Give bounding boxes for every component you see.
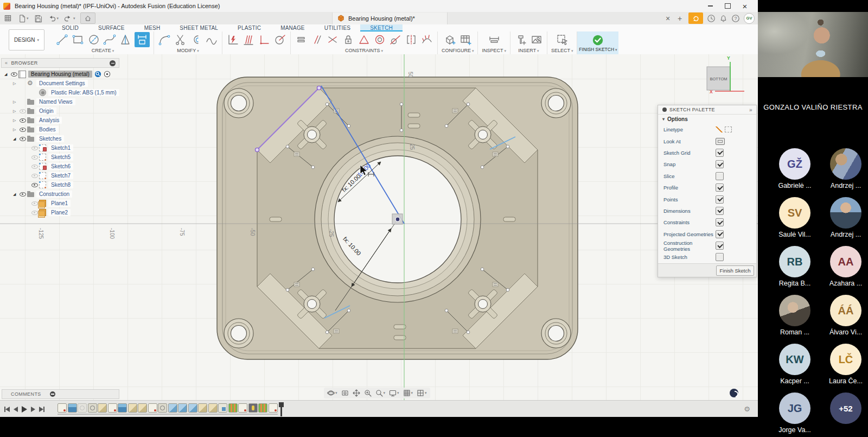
sketch-palette-header[interactable]: SKETCH PALETTE (658, 105, 756, 115)
job-status-icon[interactable] (688, 12, 703, 24)
ribbon-tab[interactable]: UTILITIES (315, 24, 360, 31)
insert-menu[interactable]: INSERT (518, 48, 539, 54)
trim-scissors-icon[interactable] (174, 33, 187, 46)
document-tab[interactable]: Bearing Housing (metal)* (332, 12, 448, 24)
model-canvas[interactable]: -125 -100 -75 -50 -25 50 25 (0, 54, 758, 400)
timeline-feature[interactable] (138, 403, 147, 413)
step-back-button[interactable] (14, 407, 18, 412)
tab-close-icon[interactable] (663, 12, 673, 24)
sketch-origin-point[interactable] (392, 214, 403, 224)
expand-arrow-icon[interactable] (13, 192, 19, 197)
timeline-feature[interactable] (68, 403, 77, 413)
parallel-constraint-icon[interactable] (310, 33, 323, 46)
pan-icon[interactable] (353, 389, 360, 397)
horizontal-vertical-constraint-icon[interactable] (295, 33, 308, 46)
visibility-eye-icon[interactable] (19, 136, 27, 142)
create-menu[interactable]: CREATE (92, 48, 114, 54)
timeline-feature[interactable] (218, 403, 227, 413)
timeline-feature[interactable] (269, 403, 278, 413)
timeline-settings-gear-icon[interactable]: ⚙ (744, 405, 750, 413)
expand-arrow-icon[interactable] (13, 137, 19, 141)
browser-tree-item[interactable]: Plane1 (1, 199, 119, 208)
timeline-feature[interactable] (158, 403, 167, 413)
palette-row-control[interactable] (716, 230, 724, 238)
browser-tree-item[interactable]: Bodies (1, 125, 119, 134)
measure-tool-icon[interactable] (488, 33, 501, 46)
data-panel-icon[interactable] (3, 14, 12, 23)
fix-lock-constraint-icon[interactable] (342, 33, 355, 46)
participant-tile[interactable]: Andrzej ... (822, 197, 868, 246)
zoom-icon[interactable] (364, 389, 372, 397)
arc-radius-icon[interactable] (273, 33, 286, 46)
ribbon-tab[interactable]: SURFACE (88, 24, 135, 31)
visibility-eye-icon[interactable] (10, 72, 18, 77)
palette-row-control[interactable] (716, 172, 724, 180)
fillet-tool-icon[interactable] (158, 33, 171, 46)
symmetry-constraint-icon[interactable] (405, 33, 418, 46)
select-menu[interactable]: SELECT (551, 48, 573, 54)
timeline-feature[interactable] (58, 403, 67, 413)
timeline-feature[interactable] (258, 403, 267, 413)
offset-tool-icon[interactable] (189, 33, 202, 46)
visibility-eye-icon[interactable] (19, 118, 27, 123)
browser-tree-item[interactable]: Sketches (1, 134, 119, 143)
close-button[interactable] (736, 1, 754, 11)
browser-tree-item[interactable]: Document Settings (1, 79, 119, 88)
browser-tree-item[interactable]: Sketch5 (1, 153, 119, 162)
palette-row-control[interactable] (716, 195, 724, 204)
redo-icon[interactable] (63, 14, 75, 23)
expand-arrow-icon[interactable] (4, 72, 10, 77)
configure-cube-icon[interactable] (443, 33, 456, 46)
notifications-bell-icon[interactable] (719, 14, 727, 23)
timeline-feature[interactable] (128, 403, 137, 413)
fit-icon[interactable] (375, 389, 386, 397)
timeline-feature[interactable] (228, 403, 238, 413)
insert-fastener-icon[interactable] (514, 33, 527, 46)
palette-row-control[interactable] (716, 160, 724, 168)
speaker-video-tile[interactable]: GONZALO VALIÑO RIESTRA (758, 0, 868, 117)
visibility-eye-icon[interactable] (31, 173, 39, 179)
view-cube[interactable]: BOTTOM X Y (707, 55, 744, 94)
participant-tile[interactable]: SV Saulė Vil... (771, 197, 818, 246)
timeline-feature[interactable] (208, 403, 218, 413)
help-icon[interactable]: ? (731, 14, 740, 23)
participant-tile[interactable]: JG Jorge Va... (771, 392, 818, 437)
timeline-feature[interactable] (188, 403, 197, 413)
insert-image-icon[interactable] (530, 33, 543, 46)
play-button[interactable] (22, 406, 27, 413)
browser-tree-item[interactable]: Named Views (1, 97, 119, 106)
curve-tool-icon[interactable] (205, 33, 218, 46)
participant-tile[interactable]: +52 (822, 392, 868, 437)
profile-avatar[interactable]: GV (744, 13, 755, 24)
curvature-constraint-icon[interactable] (420, 33, 433, 46)
browser-tree-item[interactable]: Plane2 (1, 208, 119, 217)
participant-tile[interactable]: Roman ... (771, 295, 818, 344)
participant-tile[interactable]: LČ Laura Če... (822, 344, 868, 392)
step-forward-button[interactable] (31, 407, 35, 412)
browser-tree-item[interactable]: Construction (1, 189, 119, 199)
visibility-eye-icon[interactable] (31, 145, 39, 151)
palette-row-control[interactable] (716, 207, 724, 215)
look-at-icon[interactable] (341, 389, 349, 397)
constraints-menu[interactable]: CONSTRAINTS (345, 48, 383, 54)
visibility-eye-icon[interactable] (31, 164, 39, 169)
break-hatch-icon[interactable] (242, 33, 255, 46)
perpendicular-constraint-icon[interactable] (326, 33, 339, 46)
timeline-feature[interactable] (248, 403, 258, 413)
participant-tile[interactable]: KW Kacper ... (771, 344, 818, 392)
corner-tool-icon[interactable] (258, 33, 271, 46)
sketch-scale-icon[interactable] (226, 33, 239, 46)
workspace-selector[interactable]: DESIGN (9, 29, 44, 50)
visibility-eye-icon[interactable] (19, 109, 27, 114)
ribbon-tab[interactable]: MESH (135, 24, 170, 31)
palette-row-control[interactable] (716, 218, 724, 226)
go-to-start-button[interactable] (4, 407, 10, 412)
concentric-constraint-icon[interactable] (373, 33, 386, 46)
participant-tile[interactable]: ÁÁ Álvaro Vi... (822, 295, 868, 344)
finish-sketch-button[interactable]: FINISH SKETCH (577, 31, 618, 54)
browser-tree-item[interactable]: Sketch6 (1, 162, 119, 171)
expand-arrow-icon[interactable] (13, 128, 19, 132)
go-to-end-button[interactable] (39, 407, 44, 412)
minimize-button[interactable] (701, 1, 719, 11)
select-tool-icon[interactable] (556, 33, 569, 46)
